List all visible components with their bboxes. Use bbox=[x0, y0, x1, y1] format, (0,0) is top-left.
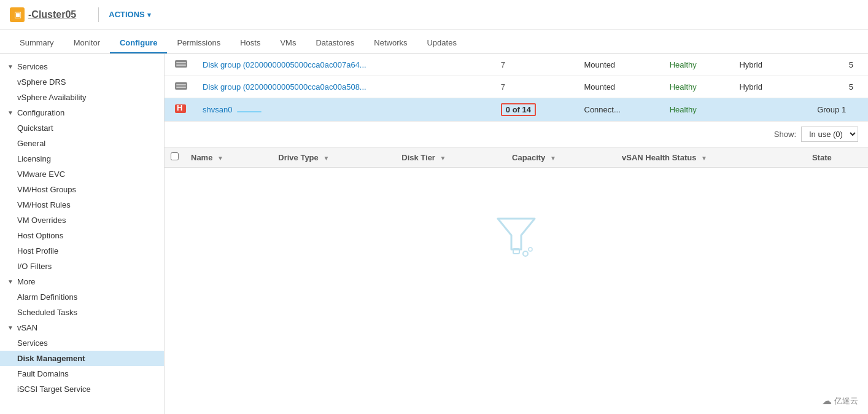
disk-group-health: Healthy bbox=[662, 54, 732, 76]
show-label: Show: bbox=[774, 130, 796, 139]
host-health: Healthy bbox=[662, 98, 732, 122]
sidebar-section-vsan[interactable]: ▼ vSAN bbox=[0, 320, 164, 335]
disk-group-name: Disk group (02000000005000cca0ac00a508..… bbox=[195, 76, 494, 98]
host-icon: H bbox=[174, 106, 187, 115]
sidebar-item-vsan-services[interactable]: Services bbox=[0, 335, 164, 351]
tab-monitor[interactable]: Monitor bbox=[64, 33, 110, 53]
cluster-name: -Cluster05 bbox=[28, 9, 76, 20]
svg-rect-4 bbox=[176, 64, 186, 66]
sidebar-section-more[interactable]: ▼ More bbox=[0, 274, 164, 289]
table-row[interactable]: Disk group (02000000005000cca0ac007a64..… bbox=[165, 54, 868, 76]
configuration-arrow-icon: ▼ bbox=[7, 109, 14, 116]
col-drive-type: Drive Type ▼ bbox=[272, 147, 395, 168]
app-logo-icon: ▣ bbox=[10, 7, 25, 22]
watermark-icon: ☁ bbox=[822, 395, 832, 407]
configuration-section-label: Configuration bbox=[17, 108, 64, 117]
name-filter-icon[interactable]: ▼ bbox=[217, 155, 223, 162]
host-group: Group 1 bbox=[795, 98, 868, 122]
sidebar-item-licensing[interactable]: Licensing bbox=[0, 151, 164, 166]
capacity-filter-icon[interactable]: ▼ bbox=[550, 155, 556, 162]
host-disk-count: 0 of 14 bbox=[494, 98, 577, 122]
more-section-label: More bbox=[17, 277, 36, 286]
select-all-header[interactable] bbox=[165, 147, 185, 168]
disk-group-status: Mounted bbox=[577, 76, 662, 98]
disk-group-value: 5 bbox=[795, 54, 868, 76]
drive-type-filter-icon[interactable]: ▼ bbox=[323, 155, 329, 162]
disk-group-type: Hybrid bbox=[732, 76, 795, 98]
svg-text:H: H bbox=[177, 104, 182, 112]
filter-bar: Show: In use (0) bbox=[165, 122, 868, 147]
watermark: ☁ 亿迷云 bbox=[822, 395, 858, 407]
sidebar-item-host-options[interactable]: Host Options bbox=[0, 228, 164, 243]
sidebar-item-iscsi-target-service[interactable]: iSCSI Target Service bbox=[0, 381, 164, 397]
select-all-checkbox[interactable] bbox=[171, 152, 179, 160]
host-type bbox=[732, 98, 795, 122]
svg-rect-2 bbox=[175, 60, 187, 68]
app-header: ▣ -Cluster05 ACTIONS bbox=[0, 0, 868, 29]
vsan-section-label: vSAN bbox=[17, 323, 37, 332]
sidebar-item-vsphere-availability[interactable]: vSphere Availability bbox=[0, 90, 164, 105]
disk-tier-filter-icon[interactable]: ▼ bbox=[440, 155, 446, 162]
svg-rect-3 bbox=[176, 62, 186, 63]
sidebar-item-host-profile[interactable]: Host Profile bbox=[0, 243, 164, 259]
main-layout: ▼ Services vSphere DRS vSphere Availabil… bbox=[0, 54, 868, 414]
tab-updates[interactable]: Updates bbox=[417, 33, 466, 53]
disk-icon bbox=[174, 59, 188, 69]
disk-group-health: Healthy bbox=[662, 76, 732, 98]
tab-configure[interactable]: Configure bbox=[110, 33, 167, 53]
disk-details-table: Name ▼ Drive Type ▼ Disk Tier ▼ Capacity… bbox=[165, 147, 868, 300]
col-name: Name ▼ bbox=[185, 147, 272, 168]
col-disk-tier: Disk Tier ▼ bbox=[395, 147, 506, 168]
tab-datastores[interactable]: Datastores bbox=[306, 33, 364, 53]
sidebar-item-io-filters[interactable]: I/O Filters bbox=[0, 259, 164, 274]
disk-group-count: 7 bbox=[494, 54, 577, 76]
svg-rect-5 bbox=[175, 82, 187, 90]
sidebar-section-configuration[interactable]: ▼ Configuration bbox=[0, 105, 164, 120]
sidebar-item-general[interactable]: General bbox=[0, 136, 164, 151]
col-state: State bbox=[806, 147, 868, 168]
col-vsan-health: vSAN Health Status ▼ bbox=[616, 147, 806, 168]
more-arrow-icon: ▼ bbox=[7, 278, 14, 285]
sidebar-item-scheduled-tasks[interactable]: Scheduled Tasks bbox=[0, 305, 164, 320]
empty-state bbox=[171, 173, 862, 295]
content-area: Disk group (02000000005000cca0ac007a64..… bbox=[165, 54, 868, 414]
host-status: Connect... bbox=[577, 98, 662, 122]
tab-summary[interactable]: Summary bbox=[10, 33, 64, 53]
tab-hosts[interactable]: Hosts bbox=[230, 33, 270, 53]
svg-rect-6 bbox=[176, 84, 186, 85]
sidebar-item-vmhost-rules[interactable]: VM/Host Rules bbox=[0, 197, 164, 213]
vsan-health-filter-icon[interactable]: ▼ bbox=[701, 155, 707, 162]
services-arrow-icon: ▼ bbox=[7, 63, 14, 70]
disk-group-count: 7 bbox=[494, 76, 577, 98]
disk-icon bbox=[174, 84, 188, 93]
header-divider bbox=[98, 7, 99, 22]
svg-point-12 bbox=[523, 251, 528, 256]
tab-vms[interactable]: VMs bbox=[270, 33, 306, 53]
host-name: shvsan0 bbox=[195, 98, 494, 122]
empty-funnel-icon bbox=[492, 209, 541, 259]
sidebar-item-vsphere-drs[interactable]: vSphere DRS bbox=[0, 74, 164, 90]
table-row[interactable]: H shvsan0 0 of 14 Connect... Healthy Gro… bbox=[165, 98, 868, 122]
sidebar-item-vm-overrides[interactable]: VM Overrides bbox=[0, 213, 164, 228]
sidebar-section-services[interactable]: ▼ Services bbox=[0, 59, 164, 74]
sidebar-item-quickstart[interactable]: Quickstart bbox=[0, 120, 164, 136]
services-section-label: Services bbox=[17, 62, 48, 71]
vsan-arrow-icon: ▼ bbox=[7, 324, 14, 331]
table-row[interactable]: Disk group (02000000005000cca0ac00a508..… bbox=[165, 76, 868, 98]
sidebar: ▼ Services vSphere DRS vSphere Availabil… bbox=[0, 54, 165, 414]
actions-chevron-icon bbox=[147, 10, 151, 19]
svg-marker-10 bbox=[498, 219, 535, 249]
tab-permissions[interactable]: Permissions bbox=[167, 33, 230, 53]
disk-group-type: Hybrid bbox=[732, 54, 795, 76]
sidebar-item-vmware-evc[interactable]: VMware EVC bbox=[0, 166, 164, 182]
nav-tabs: Summary Monitor Configure Permissions Ho… bbox=[0, 29, 868, 54]
watermark-text: 亿迷云 bbox=[834, 396, 858, 407]
tab-networks[interactable]: Networks bbox=[364, 33, 417, 53]
disk-groups-table: Disk group (02000000005000cca0ac007a64..… bbox=[165, 54, 868, 122]
sidebar-item-alarm-definitions[interactable]: Alarm Definitions bbox=[0, 289, 164, 305]
sidebar-item-disk-management[interactable]: Disk Management bbox=[0, 351, 164, 366]
actions-button[interactable]: ACTIONS bbox=[109, 10, 151, 19]
show-select[interactable]: In use (0) bbox=[801, 127, 858, 142]
sidebar-item-vmhost-groups[interactable]: VM/Host Groups bbox=[0, 182, 164, 197]
sidebar-item-fault-domains[interactable]: Fault Domains bbox=[0, 366, 164, 381]
